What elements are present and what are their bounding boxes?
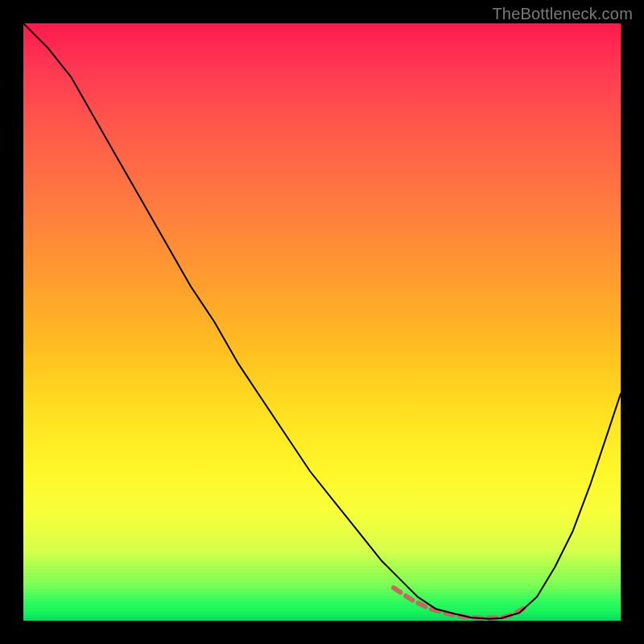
bottleneck-curve-line [23,23,621,619]
chart-svg [23,23,621,621]
watermark-text: TheBottleneck.com [492,5,633,23]
chart-plot-area [23,23,621,621]
